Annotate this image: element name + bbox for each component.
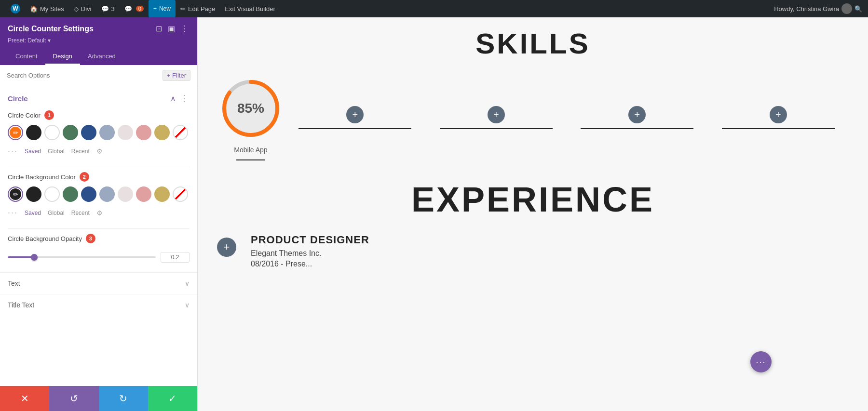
- color-swatch-lightblue-2[interactable]: [99, 186, 115, 202]
- divi-menu[interactable]: ◇ Divi: [69, 0, 96, 17]
- color-swatch-gold[interactable]: [154, 125, 170, 140]
- color-swatch-gold-2[interactable]: [154, 186, 170, 202]
- text-section[interactable]: Text ∨: [0, 272, 197, 294]
- color-swatch-lightpink[interactable]: [118, 125, 133, 140]
- tab-advanced[interactable]: Advanced: [80, 49, 123, 65]
- wordpress-icon[interactable]: W: [6, 0, 25, 17]
- page-content: SKILLS 85% Mobile App +: [198, 17, 868, 411]
- recent-link[interactable]: Recent: [71, 148, 90, 155]
- fullscreen-icon[interactable]: ▣: [167, 23, 176, 34]
- circle-bg-color-section: Circle Background Color 2 ···: [0, 170, 197, 225]
- panel-header-icons: ⊡ ▣ ⋮: [155, 23, 190, 34]
- minimize-icon[interactable]: ⊡: [155, 23, 163, 34]
- slider-thumb[interactable]: [31, 254, 38, 261]
- opacity-slider[interactable]: [8, 256, 156, 258]
- title-text-section-chevron: ∨: [185, 301, 190, 309]
- settings-gear-icon[interactable]: ⚙: [96, 147, 103, 155]
- search-icon[interactable]: 🔍: [854, 5, 862, 13]
- undo-button[interactable]: ↺: [49, 386, 98, 411]
- circle-color-swatches: [8, 125, 190, 140]
- add-circle-2[interactable]: +: [488, 106, 505, 123]
- color-swatch-black[interactable]: [26, 125, 41, 140]
- comment-count[interactable]: 💬 0: [120, 0, 149, 17]
- cancel-button[interactable]: ✕: [0, 386, 49, 411]
- tab-design[interactable]: Design: [45, 49, 80, 65]
- exit-builder-button[interactable]: Exit Visual Builder: [220, 0, 280, 17]
- circle-section-title: Circle: [8, 94, 28, 103]
- color-swatch-black-2[interactable]: [26, 186, 41, 202]
- color-swatch-pink[interactable]: [136, 125, 151, 140]
- divider-1: [8, 167, 190, 167]
- section-controls: ∧ ⋮: [170, 93, 190, 104]
- admin-bar: W 🏠 My Sites ◇ Divi 💬 3 💬 0 + New ✏ Edit…: [0, 0, 868, 17]
- skills-title: SKILLS: [217, 27, 849, 60]
- global-link[interactable]: Global: [48, 148, 65, 155]
- experience-row: + PRODUCT DESIGNER Elegant Themes Inc. 0…: [217, 234, 849, 270]
- color-swatch-none-2[interactable]: [173, 186, 188, 202]
- panel-header-top: Circle Counter Settings ⊡ ▣ ⋮: [8, 23, 190, 37]
- section-more-icon[interactable]: ⋮: [180, 93, 190, 104]
- add-circle-3[interactable]: +: [628, 106, 646, 123]
- opacity-value[interactable]: 0.2: [161, 252, 190, 263]
- add-circle-1[interactable]: +: [346, 106, 364, 123]
- opacity-badge-3: 3: [86, 234, 95, 243]
- more-options-icon[interactable]: ⋮: [180, 23, 190, 34]
- preset-label[interactable]: Preset: Default: [8, 37, 190, 49]
- title-text-section[interactable]: Title Text ∨: [0, 294, 197, 316]
- color-swatch-orange-pen[interactable]: [8, 125, 23, 140]
- add-col-2: +: [426, 106, 567, 129]
- opacity-slider-row: 0.2: [8, 248, 190, 266]
- color-swatch-green-2[interactable]: [63, 186, 78, 202]
- saved-link-2[interactable]: Saved: [25, 210, 41, 216]
- color-swatch-none[interactable]: [173, 125, 188, 140]
- bg-color-saved-row: ··· Saved Global Recent ⚙: [8, 206, 190, 220]
- tab-content[interactable]: Content: [8, 49, 45, 65]
- divider-2: [8, 228, 190, 229]
- filter-button[interactable]: + Filter: [163, 70, 190, 81]
- circle-counter-row: 85% Mobile App + + + +: [217, 75, 849, 160]
- circle-bg-color-swatches: [8, 186, 190, 202]
- redo-button[interactable]: ↻: [99, 386, 148, 411]
- add-experience-button[interactable]: +: [217, 238, 236, 257]
- comments-menu[interactable]: 💬 3: [96, 0, 120, 17]
- more-swatches-icon[interactable]: ···: [8, 146, 18, 156]
- global-link-2[interactable]: Global: [48, 210, 65, 216]
- new-button[interactable]: + New: [149, 0, 176, 17]
- settings-gear-icon-2[interactable]: ⚙: [96, 209, 103, 217]
- circle-bg-opacity-section: Circle Background Opacity 3 0.2: [0, 232, 197, 272]
- color-swatch-green[interactable]: [63, 125, 78, 140]
- circle-counter-item: 85% Mobile App: [217, 75, 285, 160]
- wp-logo: W: [11, 4, 20, 13]
- circle-underline: [236, 159, 265, 160]
- col-divider-1: [298, 128, 411, 129]
- my-sites-menu[interactable]: 🏠 My Sites: [25, 0, 69, 17]
- user-avatar: [841, 3, 852, 14]
- color-swatch-black-pen[interactable]: [8, 186, 23, 202]
- sites-icon: 🏠: [30, 5, 38, 13]
- plus-icon: +: [153, 5, 157, 12]
- color-swatch-pink-2[interactable]: [136, 186, 151, 202]
- add-col-4: +: [708, 106, 849, 129]
- panel-title: Circle Counter Settings: [8, 25, 94, 33]
- edit-page-button[interactable]: ✏ Edit Page: [176, 0, 220, 17]
- saved-link[interactable]: Saved: [25, 148, 41, 155]
- color-saved-row: ··· Saved Global Recent ⚙: [8, 144, 190, 158]
- add-circle-4[interactable]: +: [770, 106, 787, 123]
- color-swatch-blue[interactable]: [81, 125, 96, 140]
- color-badge-1: 1: [44, 110, 54, 120]
- admin-bar-right: Howdy, Christina Gwira 🔍: [774, 3, 862, 14]
- section-collapse-icon[interactable]: ∧: [170, 94, 176, 103]
- main-layout: Circle Counter Settings ⊡ ▣ ⋮ Preset: De…: [0, 17, 868, 411]
- color-swatch-white[interactable]: [44, 125, 60, 140]
- color-swatch-lightblue[interactable]: [99, 125, 115, 140]
- search-input[interactable]: [7, 72, 159, 79]
- color-swatch-white-2[interactable]: [44, 186, 60, 202]
- color-swatch-lightpink-2[interactable]: [118, 186, 133, 202]
- color-swatch-blue-2[interactable]: [81, 186, 96, 202]
- search-bar: + Filter: [0, 65, 197, 86]
- recent-link-2[interactable]: Recent: [71, 210, 90, 216]
- save-button[interactable]: ✓: [148, 386, 197, 411]
- floating-dots-button[interactable]: ···: [750, 351, 772, 372]
- comment-badge-icon: 💬: [124, 5, 132, 13]
- more-swatches-bg-icon[interactable]: ···: [8, 208, 18, 218]
